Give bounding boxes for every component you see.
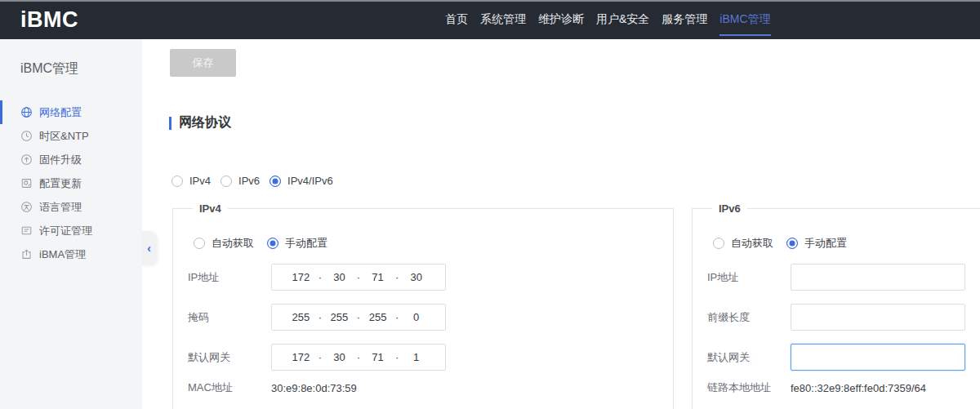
radio-circle-icon — [172, 176, 183, 187]
nav-item-user-security[interactable]: 用户&安全 — [596, 0, 649, 39]
nav-item-service-management[interactable]: 服务管理 — [662, 0, 707, 39]
ipv4-fieldset: IPv4 自动获取 手动配置 IP地址 172 · 30 · 71 — [172, 202, 674, 409]
mac-address-value: 30:e9:8e:0d:73:59 — [271, 382, 357, 394]
ipv4-gateway-input[interactable]: 172 · 30 · 71 · 1 — [271, 344, 446, 371]
main-content: 保存 网络协议 IPv4 IPv6 IPv4/IPv6 IPv4 自动获取 — [142, 39, 980, 409]
ip-octet: 30 — [322, 271, 357, 283]
field-label: 默认网关 — [707, 350, 791, 365]
ipv4-radio-manual[interactable]: 手动配置 — [267, 236, 327, 251]
sidebar-item-license-management[interactable]: 许可证管理 — [0, 219, 142, 242]
ipv6-ip-address-input[interactable] — [791, 264, 965, 291]
sidebar-title: iBMC管理 — [0, 39, 142, 78]
nav-item-maintenance-diagnostics[interactable]: 维护诊断 — [538, 0, 584, 39]
ip-octet: 255 — [283, 311, 318, 323]
sidebar-item-network-config[interactable]: 网络配置 — [0, 100, 142, 124]
radio-circle-icon — [194, 238, 205, 249]
ipv4-gateway-row: 默认网关 172 · 30 · 71 · 1 — [188, 344, 658, 371]
sidebar: iBMC管理 网络配置 时区&NTP 固件升级 配置更新 — [0, 39, 142, 409]
section-title: 网络协议 — [179, 114, 231, 131]
section-accent-bar — [169, 117, 172, 130]
ipv6-linklocal-row: 链路本地地址 fe80::32e9:8eff:fe0d:7359/64 — [707, 380, 980, 395]
protocol-radio-group: IPv4 IPv6 IPv4/IPv6 — [172, 175, 333, 187]
ipv4-mask-row: 掩码 255 · 255 · 255 · 0 — [188, 304, 658, 331]
ip-octet: 172 — [283, 351, 318, 363]
ip-octet: 30 — [399, 271, 434, 283]
radio-label: IPv4/IPv6 — [287, 175, 333, 187]
sidebar-item-label: 语言管理 — [39, 200, 82, 215]
radio-ipv4-ipv6[interactable]: IPv4/IPv6 — [270, 175, 333, 187]
radio-ipv4[interactable]: IPv4 — [172, 175, 211, 187]
radio-label: 手动配置 — [285, 236, 327, 251]
radio-label: IPv6 — [238, 175, 260, 187]
app-logo[interactable]: iBMC — [20, 7, 78, 33]
ipv6-mode-radio-group: 自动获取 手动配置 — [707, 236, 980, 251]
sidebar-item-label: 时区&NTP — [39, 129, 89, 144]
sidebar-item-label: 许可证管理 — [39, 224, 92, 238]
save-button[interactable]: 保存 — [170, 49, 236, 77]
field-label: 掩码 — [188, 310, 271, 325]
config-update-icon — [20, 177, 33, 189]
nav-item-home[interactable]: 首页 — [445, 0, 468, 39]
ipv6-radio-manual[interactable]: 手动配置 — [786, 236, 847, 251]
radio-label: IPv4 — [189, 175, 211, 187]
radio-circle-icon — [713, 238, 724, 249]
ip-octet: 0 — [399, 311, 434, 323]
sidebar-item-label: 配置更新 — [39, 176, 82, 191]
ipv4-ip-address-input[interactable]: 172 · 30 · 71 · 30 — [271, 264, 446, 291]
ipv6-gateway-input[interactable] — [791, 344, 965, 371]
radio-label: 自动获取 — [731, 236, 773, 251]
field-label: IP地址 — [707, 270, 791, 285]
ip-octet: 1 — [399, 351, 434, 363]
ipv6-radio-auto[interactable]: 自动获取 — [713, 236, 773, 251]
ip-octet: 71 — [360, 271, 395, 283]
language-icon — [20, 201, 33, 213]
sidebar-item-language-management[interactable]: 语言管理 — [0, 195, 142, 219]
field-label: MAC地址 — [188, 380, 271, 395]
field-label: IP地址 — [188, 270, 271, 285]
ipv4-radio-auto[interactable]: 自动获取 — [194, 236, 254, 251]
ipv6-gateway-row: 默认网关 — [707, 344, 980, 371]
nav-item-system-management[interactable]: 系统管理 — [480, 0, 526, 39]
top-nav: iBMC 首页 系统管理 维护诊断 用户&安全 服务管理 iBMC管理 — [0, 0, 980, 39]
sidebar-item-label: 网络配置 — [39, 105, 82, 120]
radio-label: 手动配置 — [804, 236, 847, 251]
ip-octet: 71 — [360, 351, 395, 363]
ipv4-mask-input[interactable]: 255 · 255 · 255 · 0 — [271, 304, 446, 331]
protocol-fieldsets: IPv4 自动获取 手动配置 IP地址 172 · 30 · 71 — [172, 202, 980, 409]
firmware-upgrade-icon — [20, 153, 33, 166]
ipv4-ip-address-row: IP地址 172 · 30 · 71 · 30 — [188, 264, 658, 291]
sidebar-item-config-update[interactable]: 配置更新 — [0, 171, 142, 195]
ip-octet: 255 — [360, 311, 395, 323]
section-header: 网络协议 — [169, 114, 231, 131]
globe-icon — [20, 106, 33, 118]
ip-octet: 30 — [322, 351, 357, 363]
ip-octet: 172 — [283, 271, 318, 283]
ipv6-fieldset: IPv6 自动获取 手动配置 IP地址 前缀长度 默认网 — [692, 202, 980, 409]
sidebar-item-timezone-ntp[interactable]: 时区&NTP — [0, 124, 142, 148]
ip-octet: 255 — [322, 311, 357, 323]
window-top-edge — [0, 0, 980, 2]
link-local-address-value: fe80::32e9:8eff:fe0d:7359/64 — [791, 382, 926, 394]
field-label: 链路本地地址 — [707, 380, 791, 395]
ipv6-ip-address-row: IP地址 — [707, 264, 980, 291]
ipv4-mac-row: MAC地址 30:e9:8e:0d:73:59 — [188, 380, 658, 395]
sidebar-item-ibma-management[interactable]: iBMA管理 — [0, 242, 142, 266]
sidebar-item-firmware-upgrade[interactable]: 固件升级 — [0, 148, 142, 171]
field-label: 默认网关 — [188, 350, 271, 365]
field-label: 前缀长度 — [707, 310, 791, 325]
ipv4-legend: IPv4 — [193, 202, 228, 215]
license-icon — [20, 225, 33, 237]
top-nav-menu: 首页 系统管理 维护诊断 用户&安全 服务管理 iBMC管理 — [445, 0, 771, 39]
ibma-icon — [20, 248, 33, 260]
sidebar-collapse-button[interactable]: ‹ — [142, 231, 156, 265]
radio-ipv6[interactable]: IPv6 — [220, 175, 260, 187]
nav-item-ibmc-management[interactable]: iBMC管理 — [719, 0, 770, 39]
sidebar-item-label: iBMA管理 — [39, 247, 86, 262]
radio-label: 自动获取 — [212, 236, 254, 251]
ipv6-legend: IPv6 — [712, 202, 747, 215]
ipv6-prefix-length-input[interactable] — [791, 304, 965, 331]
sidebar-menu: 网络配置 时区&NTP 固件升级 配置更新 语言管理 — [0, 100, 142, 266]
sidebar-item-label: 固件升级 — [39, 153, 82, 167]
chevron-left-icon: ‹ — [147, 242, 151, 255]
ipv6-prefix-length-row: 前缀长度 — [707, 304, 980, 331]
